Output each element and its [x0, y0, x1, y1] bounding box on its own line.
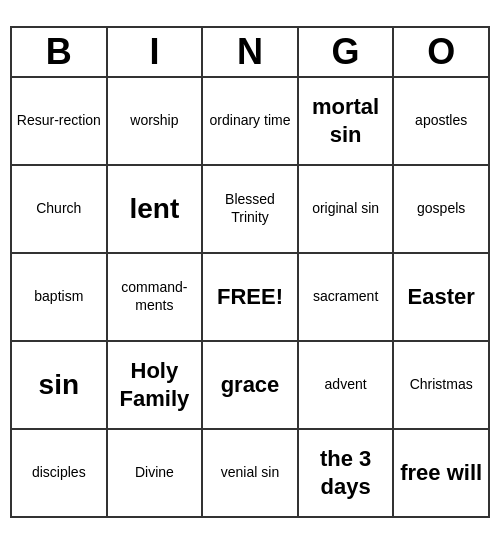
bingo-cell: Church — [12, 166, 108, 254]
bingo-header: BINGO — [10, 26, 490, 78]
bingo-cell: worship — [108, 78, 204, 166]
bingo-cell: Christmas — [394, 342, 490, 430]
bingo-cell: Blessed Trinity — [203, 166, 299, 254]
bingo-cell: advent — [299, 342, 395, 430]
bingo-cell: Resur-rection — [12, 78, 108, 166]
bingo-cell: sacrament — [299, 254, 395, 342]
bingo-cell: the 3 days — [299, 430, 395, 518]
bingo-cell: disciples — [12, 430, 108, 518]
bingo-card: BINGO Resur-rectionworshipordinary timem… — [10, 26, 490, 518]
header-letter: G — [299, 28, 395, 78]
bingo-cell: Holy Family — [108, 342, 204, 430]
bingo-cell: venial sin — [203, 430, 299, 518]
bingo-cell: free will — [394, 430, 490, 518]
bingo-cell: Easter — [394, 254, 490, 342]
bingo-cell: ordinary time — [203, 78, 299, 166]
header-letter: I — [108, 28, 204, 78]
bingo-cell: mortal sin — [299, 78, 395, 166]
bingo-cell: grace — [203, 342, 299, 430]
bingo-grid: Resur-rectionworshipordinary timemortal … — [10, 78, 490, 518]
bingo-cell: command-ments — [108, 254, 204, 342]
bingo-cell: original sin — [299, 166, 395, 254]
header-letter: B — [12, 28, 108, 78]
bingo-cell: Divine — [108, 430, 204, 518]
bingo-cell: sin — [12, 342, 108, 430]
header-letter: O — [394, 28, 490, 78]
bingo-cell: gospels — [394, 166, 490, 254]
bingo-cell: apostles — [394, 78, 490, 166]
header-letter: N — [203, 28, 299, 78]
bingo-cell: lent — [108, 166, 204, 254]
bingo-cell: baptism — [12, 254, 108, 342]
bingo-cell: FREE! — [203, 254, 299, 342]
